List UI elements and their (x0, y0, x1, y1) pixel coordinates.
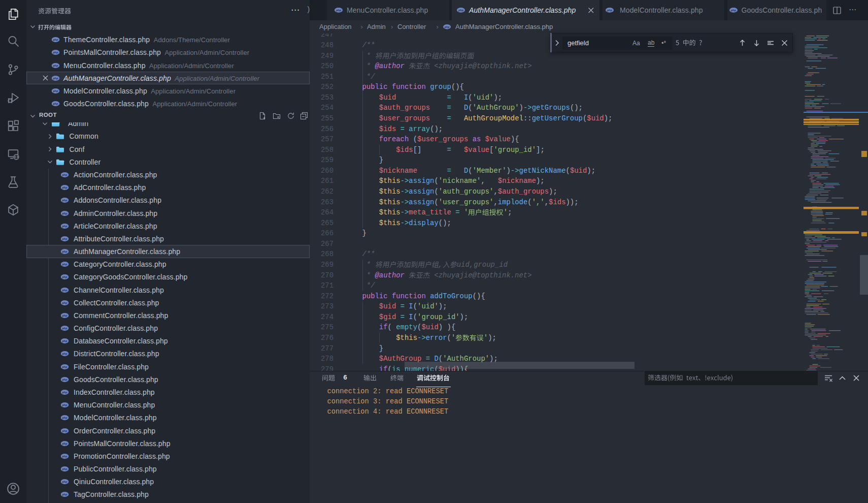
svg-text:php: php (61, 250, 68, 253)
svg-text:php: php (61, 327, 68, 330)
svg-text:php: php (61, 378, 68, 381)
svg-text:php: php (61, 339, 68, 342)
svg-text:php: php (61, 455, 68, 458)
svg-text:php: php (61, 211, 68, 214)
svg-text:php: php (61, 237, 68, 240)
svg-text:php: php (607, 9, 613, 12)
svg-text:php: php (61, 352, 68, 355)
svg-text:php: php (52, 51, 58, 54)
svg-text:php: php (61, 275, 68, 278)
svg-text:php: php (61, 199, 68, 202)
svg-text:php: php (52, 64, 58, 67)
svg-text:php: php (61, 314, 68, 317)
svg-text:php: php (52, 38, 58, 41)
svg-text:php: php (61, 288, 68, 291)
svg-text:php: php (61, 391, 68, 394)
svg-text:php: php (61, 493, 68, 496)
svg-text:php: php (61, 224, 68, 227)
svg-text:php: php (61, 480, 68, 483)
svg-text:php: php (52, 89, 58, 92)
svg-text:php: php (61, 263, 68, 266)
svg-text:php: php (61, 301, 68, 304)
svg-text:php: php (52, 102, 58, 105)
svg-text:php: php (61, 416, 68, 419)
svg-text:php: php (335, 9, 341, 12)
svg-text:php: php (61, 429, 68, 432)
svg-text:php: php (730, 9, 736, 12)
svg-text:php: php (52, 76, 58, 79)
svg-text:php: php (458, 9, 464, 12)
svg-text:php: php (61, 442, 68, 445)
svg-text:php: php (61, 173, 68, 176)
svg-text:php: php (444, 25, 450, 28)
svg-text:php: php (61, 186, 68, 189)
svg-text:php: php (61, 365, 68, 368)
svg-text:php: php (61, 403, 68, 406)
svg-text:php: php (61, 467, 68, 470)
